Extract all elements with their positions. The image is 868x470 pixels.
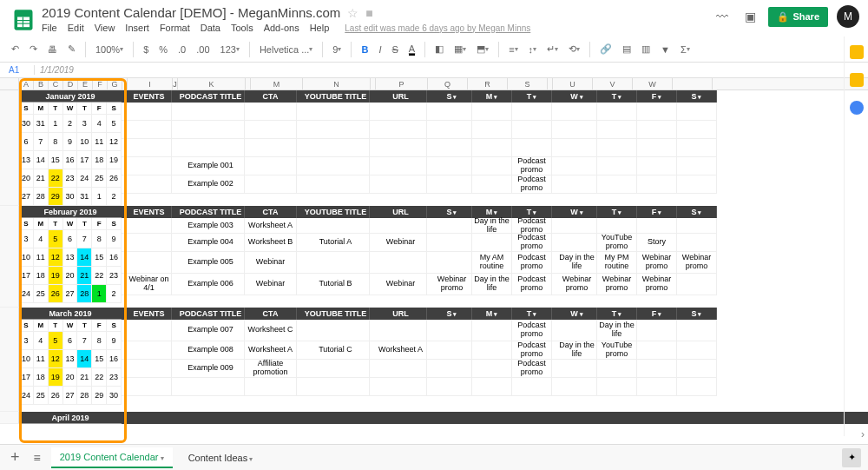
- all-sheets-button[interactable]: ≡: [30, 451, 44, 465]
- calendar-day[interactable]: 27: [19, 188, 34, 206]
- wrap-icon[interactable]: ↵: [544, 42, 561, 56]
- tab-content-ideas[interactable]: Content Ideas: [180, 448, 262, 467]
- spreadsheet-grid[interactable]: ABCDEFGIJKMNPQRSUVW January 2019SMTWTFS3…: [0, 78, 868, 443]
- scroll-right-icon[interactable]: ›: [861, 428, 865, 440]
- cell[interactable]: Webinar on 4/1: [127, 274, 172, 295]
- calendar-day[interactable]: 4: [34, 332, 49, 350]
- calendar-day[interactable]: 11: [34, 350, 49, 368]
- calendar-day[interactable]: 14: [34, 151, 49, 169]
- cell[interactable]: [637, 360, 677, 378]
- cell[interactable]: [512, 378, 552, 396]
- cell[interactable]: [637, 341, 677, 360]
- link-icon[interactable]: 🔗: [597, 42, 615, 56]
- cell[interactable]: Example 007: [177, 320, 245, 341]
- calendar-day[interactable]: 25: [92, 169, 107, 188]
- folder-icon[interactable]: ■: [365, 6, 372, 20]
- chart-icon[interactable]: ▥: [639, 42, 653, 56]
- comment-icon[interactable]: ▣: [740, 7, 760, 26]
- cell[interactable]: [677, 341, 717, 360]
- cell[interactable]: Podcast promo: [512, 341, 552, 360]
- calendar-day[interactable]: 15: [49, 151, 63, 169]
- cell[interactable]: [472, 341, 512, 360]
- cell[interactable]: [375, 252, 427, 274]
- name-box[interactable]: A1: [0, 65, 35, 75]
- calendar-day[interactable]: 19: [49, 267, 63, 285]
- paint-icon[interactable]: ✎: [65, 42, 78, 56]
- merge-icon[interactable]: ⬒: [474, 42, 491, 56]
- menu-data[interactable]: Data: [201, 23, 220, 33]
- cell[interactable]: YouTube promo: [597, 341, 637, 360]
- cell[interactable]: [127, 341, 172, 360]
- calendar-day[interactable]: 16: [107, 248, 122, 267]
- calendar-day[interactable]: 26: [49, 387, 63, 405]
- cell[interactable]: Webinar: [245, 252, 297, 274]
- calendar-day[interactable]: 24: [19, 285, 34, 303]
- cell[interactable]: [597, 139, 637, 157]
- cell[interactable]: [127, 121, 172, 139]
- calendar-day[interactable]: 1: [92, 188, 107, 206]
- share-button[interactable]: 🔒 Share: [768, 7, 828, 27]
- calendar-day[interactable]: 13: [19, 151, 34, 169]
- cell[interactable]: Worksheet C: [245, 320, 297, 341]
- cell[interactable]: [177, 378, 245, 396]
- formula-input[interactable]: 1/1/2019: [35, 65, 74, 75]
- cell[interactable]: [472, 121, 512, 139]
- cell[interactable]: Day in the life: [557, 252, 597, 274]
- cell[interactable]: Webinar: [245, 274, 297, 295]
- cell[interactable]: YouTube promo: [597, 234, 637, 252]
- column-header[interactable]: F: [637, 90, 677, 103]
- currency-icon[interactable]: $: [141, 43, 151, 56]
- cell[interactable]: [432, 175, 472, 194]
- cell[interactable]: [245, 121, 297, 139]
- column-header[interactable]: S: [677, 206, 717, 218]
- calendar-day[interactable]: 25: [34, 285, 49, 303]
- calendar-day[interactable]: 19: [107, 151, 122, 169]
- cell[interactable]: [557, 175, 597, 194]
- column-header[interactable]: M: [472, 308, 512, 320]
- calendar-day[interactable]: 4: [92, 115, 107, 133]
- column-header[interactable]: EVENTS: [127, 308, 172, 320]
- calendar-day[interactable]: 18: [34, 368, 49, 387]
- calendar-day[interactable]: 26: [107, 169, 122, 188]
- calendar-day[interactable]: 3: [19, 332, 34, 350]
- column-header[interactable]: S: [677, 308, 717, 320]
- cell[interactable]: [677, 378, 717, 396]
- cell[interactable]: [677, 157, 717, 175]
- cell[interactable]: [127, 252, 172, 274]
- cell[interactable]: [432, 103, 472, 121]
- cell[interactable]: [375, 139, 427, 157]
- column-header[interactable]: YOUTUBE TITLE: [302, 308, 370, 320]
- cell[interactable]: [177, 139, 245, 157]
- cell[interactable]: [127, 139, 172, 157]
- cell[interactable]: [432, 157, 472, 175]
- cell[interactable]: [597, 218, 637, 234]
- cell[interactable]: [245, 139, 297, 157]
- cell[interactable]: [127, 218, 172, 234]
- cell[interactable]: [375, 360, 427, 378]
- font-select[interactable]: Helvetica ...: [257, 43, 315, 56]
- column-header[interactable]: PODCAST TITLE: [177, 308, 245, 320]
- calendar-day[interactable]: 12: [49, 350, 63, 368]
- calendar-day[interactable]: 22: [92, 267, 107, 285]
- cell[interactable]: Example 005: [177, 252, 245, 274]
- calendar-day[interactable]: 19: [49, 368, 63, 387]
- tab-2019-content-calendar[interactable]: 2019 Content Calendar: [51, 447, 173, 468]
- column-header[interactable]: EVENTS: [127, 206, 172, 218]
- calendar-day[interactable]: 23: [107, 267, 122, 285]
- bold-button[interactable]: B: [358, 43, 371, 56]
- calendar-day[interactable]: 10: [77, 133, 92, 151]
- calendar-day[interactable]: 17: [19, 267, 34, 285]
- column-header[interactable]: T: [512, 90, 552, 103]
- column-header[interactable]: S: [432, 90, 472, 103]
- calendar-day[interactable]: 30: [63, 188, 78, 206]
- cell[interactable]: [302, 103, 370, 121]
- cell[interactable]: Example 004: [177, 234, 245, 252]
- menu-help[interactable]: Help: [310, 23, 330, 33]
- column-header[interactable]: YOUTUBE TITLE: [302, 90, 370, 103]
- cell[interactable]: [637, 378, 677, 396]
- column-header[interactable]: YOUTUBE TITLE: [302, 206, 370, 218]
- cell[interactable]: [472, 378, 512, 396]
- cell[interactable]: Webinar: [375, 234, 427, 252]
- cell[interactable]: [302, 378, 370, 396]
- calendar-day[interactable]: 3: [77, 115, 92, 133]
